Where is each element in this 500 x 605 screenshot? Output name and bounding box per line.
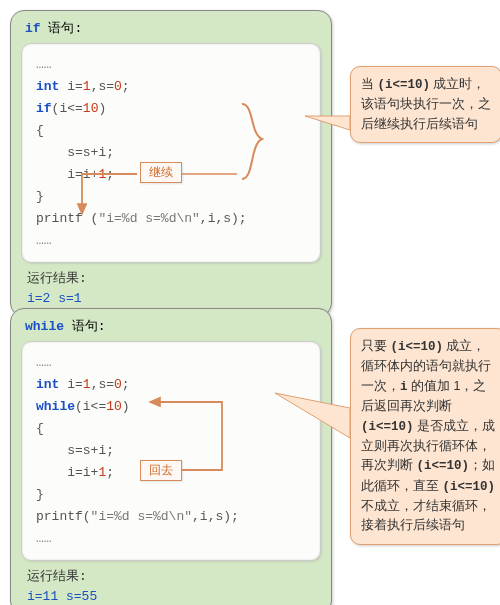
while-title-kw: while [25, 319, 64, 334]
if-callout: 当 (i<=10) 成立时，该语句块执行一次，之后继续执行后续语句 [350, 66, 500, 143]
while-title: while 语句: [25, 317, 321, 335]
if-panel: if 语句: …… int i=1,s=0; if(i<=10) { s=s+i… [10, 10, 332, 317]
if-code: …… int i=1,s=0; if(i<=10) { s=s+i; i=i+1… [36, 54, 310, 252]
back-tag: 回去 [140, 460, 182, 481]
continue-tag: 继续 [140, 162, 182, 183]
while-title-suffix: 语句: [64, 319, 106, 334]
if-stage: if 语句: …… int i=1,s=0; if(i<=10) { s=s+i… [10, 10, 490, 280]
if-result-label: 运行结果: [27, 269, 321, 287]
while-callout: 只要 (i<=10) 成立，循环体内的语句就执行一次，i 的值加 1，之后返回再… [350, 328, 500, 545]
if-title: if 语句: [25, 19, 321, 37]
while-panel: while 语句: …… int i=1,s=0; while(i<=10) {… [10, 308, 332, 605]
if-title-suffix: 语句: [41, 21, 83, 36]
if-result-value: i=2 s=1 [27, 291, 321, 306]
while-result-value: i=11 s=55 [27, 589, 321, 604]
while-codebox: …… int i=1,s=0; while(i<=10) { s=s+i; i=… [21, 341, 321, 561]
while-code: …… int i=1,s=0; while(i<=10) { s=s+i; i=… [36, 352, 310, 550]
if-codebox: …… int i=1,s=0; if(i<=10) { s=s+i; i=i+1… [21, 43, 321, 263]
while-result-label: 运行结果: [27, 567, 321, 585]
while-stage: while 语句: …… int i=1,s=0; while(i<=10) {… [10, 308, 490, 598]
if-title-kw: if [25, 21, 41, 36]
